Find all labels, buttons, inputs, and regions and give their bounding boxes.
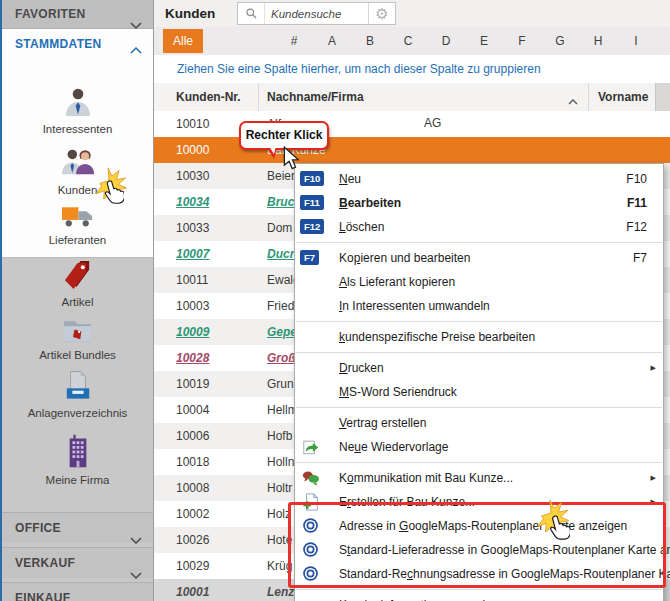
menu-item[interactable]: Neue Wiedervorlage xyxy=(295,435,663,459)
menu-item[interactable]: Standard-Rechnungsadresse in GoogleMaps-… xyxy=(295,562,663,586)
chevron-down-icon xyxy=(130,591,142,601)
menu-item[interactable]: Adresse in GoogleMaps-Routenplaner Karte… xyxy=(295,514,663,538)
context-menu: F10NeuF10F11BearbeitenF11F12LöschenF12F7… xyxy=(294,163,664,601)
alphabet-tab-d[interactable]: D xyxy=(427,29,465,53)
group-by-panel[interactable]: Ziehen Sie eine Spalte hierher, um nach … xyxy=(154,55,670,84)
menu-item[interactable]: Drucken▶ xyxy=(295,356,663,380)
sidebar-section-office[interactable]: OFFICE xyxy=(2,512,153,543)
customer-name-suffix: AG xyxy=(424,116,441,130)
column-divider xyxy=(588,83,589,111)
alphabet-bar-tabs: Alle#ABCDEFGHIJK xyxy=(163,29,670,53)
alphabet-tab-e[interactable]: E xyxy=(465,29,503,53)
menu-item[interactable]: F10NeuF10 xyxy=(295,167,663,191)
menu-shortcut: F11 xyxy=(627,191,647,215)
gear-icon[interactable]: ⚙ xyxy=(368,3,395,24)
customer-number-cell: 10003 xyxy=(154,299,258,313)
sidebar-item-kunden[interactable]: Kunden xyxy=(2,145,153,196)
sidebar-item-artikel-bundles[interactable]: Artikel Bundles xyxy=(2,316,153,361)
sidebar-section-einkauf[interactable]: EINKAUF xyxy=(2,582,153,601)
submenu-arrow-icon: ▶ xyxy=(651,466,656,490)
sidebar-item-lieferanten[interactable]: Lieferanten xyxy=(2,205,153,246)
column-header-nachname-firma[interactable]: Nachname/Firma xyxy=(267,90,364,104)
menu-item[interactable]: Vertrag erstellen xyxy=(295,411,663,435)
menu-item[interactable]: Als Lieferant kopieren xyxy=(295,270,663,294)
section-label: OFFICE xyxy=(15,521,61,535)
column-header-vorname[interactable]: Vorname xyxy=(598,90,648,104)
sidebar-item-interessenten[interactable]: Interessenten xyxy=(2,86,153,135)
maps-target-icon xyxy=(302,517,320,535)
menu-separator xyxy=(296,407,662,408)
column-header-kunden-nr[interactable]: Kunden-Nr. xyxy=(176,90,241,104)
alphabet-tab-f[interactable]: F xyxy=(503,29,541,53)
section-label: FAVORITEN xyxy=(15,7,85,21)
alphabet-tab-hash[interactable]: # xyxy=(275,29,313,53)
menu-item-label: Kommunikation mit Bau Kunze... xyxy=(339,471,513,485)
sort-ascending-icon xyxy=(568,94,578,108)
menu-item[interactable]: Kommunikation mit Bau Kunze...▶ xyxy=(295,466,663,490)
customer-number-cell: 10004 xyxy=(154,403,258,417)
alphabet-bar: Alle#ABCDEFGHIJK xyxy=(154,27,670,56)
menu-item[interactable]: In Interessenten umwandeln xyxy=(295,294,663,318)
alphabet-tab-j[interactable]: J xyxy=(655,29,670,53)
customer-number-cell: 10006 xyxy=(154,429,258,443)
sidebar-section-verkauf[interactable]: VERKAUF xyxy=(2,547,153,578)
menu-item-label: Löschen xyxy=(339,220,384,234)
menu-item[interactable]: Kundeninformationen anzeigen xyxy=(295,593,663,601)
menu-item-label: Kopieren und bearbeiten xyxy=(339,251,470,265)
menu-item[interactable]: F11BearbeitenF11 xyxy=(295,191,663,215)
menu-item[interactable]: Standard-Lieferadresse in GoogleMaps-Rou… xyxy=(295,538,663,562)
menu-item[interactable]: Erstellen für Bau Kunze...▶ xyxy=(295,490,663,514)
table-row[interactable]: 10000Bau Kunze xyxy=(154,137,670,163)
menu-separator xyxy=(296,462,662,463)
sidebar-section-stammdaten[interactable]: STAMMDATEN xyxy=(15,37,102,51)
alphabet-tab-c[interactable]: C xyxy=(389,29,427,53)
search-icon xyxy=(238,3,265,24)
search-box: ⚙ xyxy=(237,2,396,25)
alphabet-tab-a[interactable]: A xyxy=(313,29,351,53)
maps-target-icon xyxy=(302,541,320,559)
menu-item-label: MS-Word Seriendruck xyxy=(339,385,457,399)
sidebar-section-favoriten[interactable]: FAVORITEN xyxy=(2,0,153,29)
menu-item[interactable]: MS-Word Seriendruck xyxy=(295,380,663,404)
customer-number-cell: 10002 xyxy=(154,507,258,521)
context-menu-items: F10NeuF10F11BearbeitenF11F12LöschenF12F7… xyxy=(295,167,663,601)
sidebar-item-label: Lieferanten xyxy=(2,234,153,246)
alphabet-tab-b[interactable]: B xyxy=(351,29,389,53)
section-label: EINKAUF xyxy=(15,591,70,601)
menu-item[interactable]: kundenspezifische Preise bearbeiten xyxy=(295,325,663,349)
truck-icon xyxy=(61,218,94,232)
search-input[interactable] xyxy=(265,3,368,24)
column-divider xyxy=(258,83,259,111)
sidebar-item-meine-firma[interactable]: Meine Firma xyxy=(2,434,153,486)
customer-number-cell: 10019 xyxy=(154,377,258,391)
hand-cursor-icon xyxy=(545,514,570,546)
alphabet-tab-h[interactable]: H xyxy=(579,29,617,53)
sidebar-item-anlagenverzeichnis[interactable]: Anlagenverzeichnis xyxy=(2,370,153,419)
sidebar-item-label: Interessenten xyxy=(2,123,153,135)
menu-item[interactable]: F7Kopieren und bearbeitenF7 xyxy=(295,246,663,270)
alphabet-tab-alle[interactable]: Alle xyxy=(163,29,203,53)
sidebar-item-artikel[interactable]: Artikel xyxy=(2,260,153,308)
customer-number-cell: 10034 xyxy=(154,195,258,209)
customer-number-cell: 10026 xyxy=(154,533,258,547)
maps-target-icon xyxy=(302,565,320,583)
sidebar-item-label: Artikel Bundles xyxy=(2,349,153,361)
customer-number-cell: 10009 xyxy=(154,325,258,339)
callout-label: Rechter Klick xyxy=(246,128,323,142)
reminder-icon xyxy=(302,438,320,456)
sidebar-item-label: Anlagenverzeichnis xyxy=(2,407,153,419)
menu-separator xyxy=(296,242,662,243)
menu-shortcut: F7 xyxy=(633,246,647,270)
price-tag-icon xyxy=(63,280,92,294)
submenu-arrow-icon: ▶ xyxy=(651,356,656,380)
sidebar-item-label: Meine Firma xyxy=(2,474,153,486)
menu-item-label: kundenspezifische Preise bearbeiten xyxy=(339,330,535,344)
table-row[interactable]: 10010AGAlf xyxy=(154,111,670,137)
menu-item-label: Als Lieferant kopieren xyxy=(339,275,455,289)
chevron-up-icon xyxy=(130,43,142,57)
submenu-arrow-icon: ▶ xyxy=(651,490,656,514)
alphabet-tab-i[interactable]: I xyxy=(617,29,655,53)
menu-item[interactable]: F12LöschenF12 xyxy=(295,215,663,239)
alphabet-tab-g[interactable]: G xyxy=(541,29,579,53)
page-title: Kunden xyxy=(165,0,215,27)
